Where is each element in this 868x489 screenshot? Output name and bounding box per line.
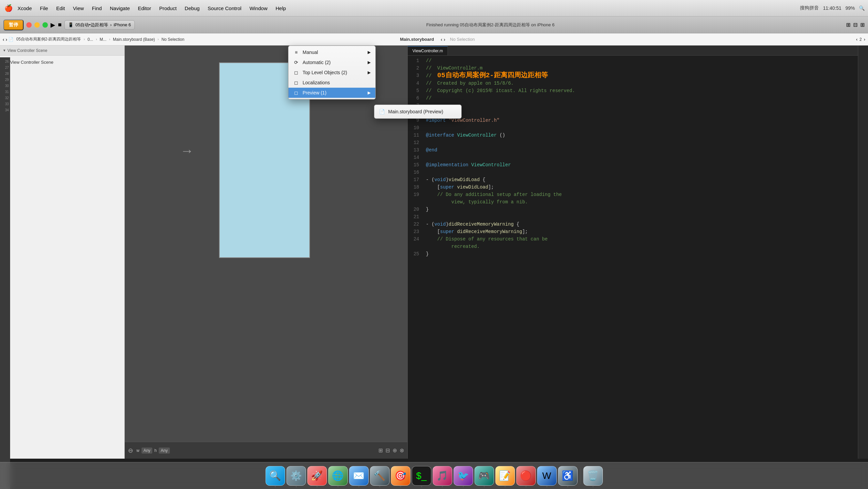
line-num-20: 20 [408, 206, 425, 213]
line-content-20: } [425, 206, 858, 213]
canvas-btn4[interactable]: ⊗ [400, 447, 404, 454]
side-line-9: 34 [0, 107, 10, 113]
page-prev-button[interactable]: ‹ [856, 37, 857, 42]
preview-arrow: ▶ [368, 90, 371, 95]
menu-view[interactable]: View [69, 0, 88, 16]
canvas-btn3[interactable]: ⊕ [393, 447, 397, 454]
dock-xcode[interactable]: 🔨 [370, 466, 390, 486]
scheme-selector[interactable]: 📱 05自动•边距相等 › iPhone 6 [64, 20, 135, 30]
dock-word[interactable]: W [537, 466, 557, 486]
breadcrumb-folder[interactable]: 0... [86, 37, 95, 42]
panel-toggle-icon[interactable]: ⊟ [853, 22, 858, 28]
menu-source-control[interactable]: Source Control [204, 0, 245, 16]
canvas-h-label: h [154, 448, 157, 453]
menu-file[interactable]: File [36, 0, 52, 16]
dock-app3[interactable]: 📝 [495, 466, 515, 486]
breadcrumb-project[interactable]: 05自动布局案例2-距离四周边距相等 [15, 36, 82, 42]
menu-item-top-level[interactable]: ◻ Top Level Objects (2) ▶ [288, 67, 375, 78]
dock-finder[interactable]: 🔍 [266, 466, 285, 486]
search-icon[interactable]: 🔍 [859, 5, 865, 11]
traffic-light-yellow[interactable] [34, 22, 40, 28]
right-nav-forward[interactable]: › [444, 37, 445, 42]
dock-launchpad[interactable]: 🚀 [307, 466, 327, 486]
canvas-btn1[interactable]: ⊞ [378, 447, 383, 454]
dock-app2[interactable]: 🎮 [474, 466, 494, 486]
manual-icon: ≡ [293, 50, 299, 55]
traffic-light-green[interactable] [42, 22, 48, 28]
side-line-8: 33 [0, 101, 10, 107]
dock-trash[interactable]: 🗑️ [583, 466, 603, 486]
page-next-button[interactable]: › [864, 37, 865, 42]
menu-item-localizations[interactable]: ◻ Localizations [288, 78, 375, 88]
menu-item-automatic[interactable]: ⟳ Automatic (2) ▶ [288, 57, 375, 67]
code-tab-viewcontroller[interactable]: ViewController.m [408, 46, 448, 55]
line-content-18: [super viewDidLoad]; [425, 183, 858, 191]
menu-navigate[interactable]: Navigate [106, 0, 134, 16]
nav-forward-button[interactable]: › [6, 37, 7, 42]
canvas-background: → [125, 46, 407, 459]
top-level-arrow: ▶ [368, 70, 371, 75]
breadcrumb-file2[interactable]: Main.storyboard (Base) [112, 37, 156, 42]
localizations-label: Localizations [303, 80, 330, 85]
code-line-3: 3 // 05自动布局案例2-距离四周边距相等 [408, 72, 858, 80]
dock-filezilla[interactable]: 🔴 [516, 466, 536, 486]
no-selection-label: No Selection [446, 37, 478, 42]
dock-mail[interactable]: ✉️ [349, 466, 369, 486]
side-line-4: 29 [0, 77, 10, 83]
dock-accessibility[interactable]: ♿ [558, 466, 578, 486]
dock-music[interactable]: 🎵 [433, 466, 452, 486]
line-content-22: - (void)didReceiveMemoryWarning { [425, 221, 858, 228]
menubar-right: 搜狗拼音 11:40:51 99% 🔍 [800, 5, 865, 11]
line-num-17: 17 [408, 176, 425, 183]
traffic-light-red[interactable] [26, 22, 32, 28]
nav-back-button[interactable]: ‹ [3, 37, 4, 42]
menu-item-manual[interactable]: ≡ Manual ▶ [288, 47, 375, 57]
tree-item-scene[interactable]: 📱 View Controller Scene [0, 58, 124, 66]
breadcrumb-bar: ‹ › 📄 05自动布局案例2-距离四周边距相等 › 0... › M... ›… [0, 33, 868, 46]
menu-edit[interactable]: Edit [52, 0, 69, 16]
apple-menu[interactable]: 🍎 [3, 0, 13, 16]
menu-window[interactable]: Window [245, 0, 271, 16]
pause-button[interactable]: 暂停 [3, 20, 24, 30]
menu-debug[interactable]: Debug [181, 0, 204, 16]
dock-safari[interactable]: 🌐 [328, 466, 348, 486]
canvas-w-value[interactable]: Any [142, 448, 153, 454]
menu-product[interactable]: Product [155, 0, 181, 16]
dock-system-prefs[interactable]: ⚙️ [286, 466, 306, 486]
canvas-h-value[interactable]: Any [159, 448, 170, 454]
menu-xcode[interactable]: Xcode [13, 0, 36, 16]
canvas-area: → ⊖ w Any h Any ⊞ ⊟ ⊕ ⊗ [125, 46, 408, 459]
submenu: 📄 Main.storyboard (Preview) [374, 105, 462, 119]
submenu-item-main-preview[interactable]: 📄 Main.storyboard (Preview) [374, 106, 461, 117]
zoom-out-button[interactable]: ⊖ [128, 447, 133, 454]
dock-instruments[interactable]: 🎯 [391, 466, 410, 486]
line-num-1: 1 [408, 57, 425, 64]
breadcrumb-file1[interactable]: M... [98, 37, 108, 42]
panel-left-icon[interactable]: ⊞ [846, 22, 850, 28]
line-content-9: #import "ViewController.h" [425, 117, 858, 124]
line-num-16: 16 [408, 169, 425, 176]
breadcrumb-icon: 📄 [8, 37, 13, 42]
menu-editor[interactable]: Editor [134, 0, 155, 16]
sidebar-title: View Controller Scene [7, 48, 48, 53]
menu-help[interactable]: Help [272, 0, 290, 16]
dock-app1[interactable]: 🐦 [454, 466, 473, 486]
play-button[interactable]: ▶ [51, 21, 55, 29]
code-line-10: 10 [408, 124, 858, 132]
code-line-4: 4 // Created by apple on 15/8/6. [408, 80, 858, 87]
code-line-23: 23 [super didReceiveMemoryWarning]; [408, 228, 858, 235]
sidebar-arrow[interactable]: ▼ [3, 49, 6, 52]
breadcrumb-selection[interactable]: No Selection [160, 37, 186, 42]
line-num-5: 5 [408, 87, 425, 94]
stop-button[interactable]: ■ [58, 21, 62, 28]
menu-item-preview[interactable]: ◻ Preview (1) ▶ [288, 88, 375, 98]
toolbar: 暂停 ▶ ■ 📱 05自动•边距相等 › iPhone 6 Finished r… [0, 17, 868, 33]
line-num-24a: 24 [408, 235, 425, 243]
code-line-7: 7 [408, 102, 858, 109]
dock-terminal[interactable]: $_ [412, 466, 431, 486]
right-nav-back[interactable]: ‹ [441, 37, 442, 42]
panel-right-icon[interactable]: ⊞ [860, 22, 865, 28]
canvas-btn2[interactable]: ⊟ [385, 447, 390, 454]
menu-find[interactable]: Find [88, 0, 106, 16]
side-line-1: 26 [0, 59, 10, 65]
